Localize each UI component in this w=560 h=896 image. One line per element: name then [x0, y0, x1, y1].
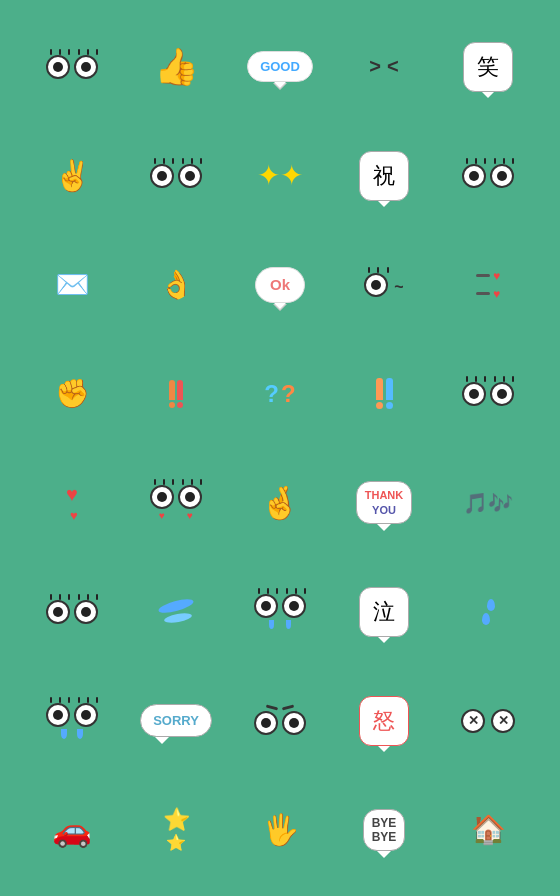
- heart-under-right: ♥: [187, 510, 193, 521]
- envelope-icon: ✉️: [55, 268, 90, 301]
- lashes-7-right: [74, 697, 102, 703]
- lashes-6-right: [74, 594, 102, 600]
- emoji-grid: 👍 GOOD > < 笑 ✌️: [12, 4, 548, 892]
- exclaim-body-1: [169, 380, 175, 400]
- pupil-7-right: [81, 710, 91, 720]
- cell-thumbs-up: 👍: [126, 14, 226, 119]
- lashes-wink-left: [364, 267, 392, 273]
- star-filled: ⭐: [166, 833, 186, 852]
- eye-tear-right: [282, 594, 306, 618]
- thumbs-up-icon: 👍: [154, 46, 199, 88]
- cry-kanji-bubble: 泣: [359, 587, 409, 637]
- brow-right: [282, 704, 294, 710]
- tearful-drops: [61, 729, 83, 739]
- eyes-tearful-7-eyes: [46, 703, 98, 727]
- cell-eyes-tear: [230, 559, 330, 664]
- pupil-tear-right: [289, 601, 299, 611]
- cell-eyes-wink: ~: [334, 232, 434, 337]
- laugh-kanji: 笑: [477, 52, 499, 82]
- angry-eyes-row: [254, 711, 306, 735]
- bye-line1: BYE: [372, 816, 397, 830]
- lashes-7-left: [46, 697, 74, 703]
- eye-3-left: [462, 164, 486, 188]
- eye-heart-right-wrap: ♥: [178, 485, 202, 521]
- small-hearts-icon: ♥ ♥: [66, 483, 78, 523]
- cell-double-question: ? ?: [230, 341, 330, 446]
- cell-eyes-hearts: ♥ ♥: [126, 450, 226, 555]
- cell-music-notes: 🎵🎶: [438, 450, 538, 555]
- pupil-wink-left: [371, 280, 381, 290]
- pupil-left: [53, 62, 63, 72]
- eye-lash-6-left: [46, 600, 70, 624]
- cell-sparkles: ✦✦: [230, 123, 330, 228]
- cell-envelope: ✉️: [22, 232, 122, 337]
- cell-eyes-4: [438, 341, 538, 446]
- blue-swoosh-icon: [158, 601, 194, 622]
- dash-1: [476, 274, 490, 277]
- eye-7-right: [74, 703, 98, 727]
- ok-label: Ok: [270, 276, 290, 293]
- eye-lash-right-2: [178, 164, 202, 188]
- cell-fist: ✊: [22, 341, 122, 446]
- fist-icon: ✊: [55, 377, 90, 410]
- eye-heart-left: [150, 485, 174, 509]
- double-exclaim-icon: [169, 380, 183, 408]
- cell-bye-bubble: BYE BYE: [334, 777, 434, 882]
- ok-hand-icon: 👌: [159, 268, 194, 301]
- cell-thank-you: THANK YOU: [334, 450, 434, 555]
- car-icon: 🚗: [52, 811, 92, 849]
- pupil-angry-right: [289, 718, 299, 728]
- pupil-right: [81, 62, 91, 72]
- cell-stars: ⭐ ⭐: [126, 777, 226, 882]
- cell-car: 🚗: [22, 777, 122, 882]
- swoosh-2: [164, 612, 193, 625]
- pupil-4-right: [497, 389, 507, 399]
- lashes-4-right: [490, 376, 518, 382]
- eyes-icon-3: [462, 164, 514, 188]
- balloon-body-1: [376, 378, 383, 400]
- pupil-6-left: [53, 607, 63, 617]
- cell-double-exclaim: [126, 341, 226, 446]
- pupil-3-left: [469, 171, 479, 181]
- heart-small-2: ♥: [493, 287, 500, 301]
- dash-hearts-icon: ♥ ♥: [476, 269, 500, 301]
- brow-left: [266, 704, 278, 710]
- balloon-dot-2: [386, 402, 393, 409]
- music-notes-icon: 🎵🎶: [463, 491, 513, 515]
- pupil-6-right: [81, 607, 91, 617]
- cell-eyes-lash-6: [22, 559, 122, 664]
- tear-drop-left: [269, 620, 274, 629]
- eye-lash-6-right: [74, 600, 98, 624]
- water-drop-1: [487, 599, 495, 611]
- heart-under-left: ♥: [159, 510, 165, 521]
- balloon-body-2: [386, 378, 393, 400]
- eyes-lash-icon-2: [150, 164, 202, 188]
- eye-wink-left: [364, 273, 388, 297]
- squint-left: >: [369, 55, 381, 78]
- stars-icon: ⭐ ⭐: [163, 807, 190, 852]
- x-eye-right: ✕: [491, 709, 515, 733]
- cell-finger-heart: 🤞: [230, 450, 330, 555]
- star-outline: ⭐: [163, 807, 190, 833]
- balloon-dot-1: [376, 402, 383, 409]
- lashes-tear-left: [254, 588, 282, 594]
- cell-good-bubble: GOOD: [230, 14, 330, 119]
- tearful-drop-right: [77, 729, 83, 739]
- exclaim-1: [169, 380, 175, 408]
- wink-closed-eye: ~: [394, 278, 403, 296]
- lashes-2-right: [178, 158, 206, 164]
- water-drop-2: [482, 613, 490, 625]
- cell-ok-bubble: Ok: [230, 232, 330, 337]
- eyes-hearts-icon: ♥ ♥: [150, 485, 202, 521]
- question-orange: ?: [281, 380, 296, 408]
- exclaim-balloon-icon: [376, 378, 393, 409]
- eye-left: [46, 55, 70, 79]
- pupil-2-right: [185, 171, 195, 181]
- eye-3-right: [490, 164, 514, 188]
- celebrate-kanji: 祝: [373, 161, 395, 191]
- pupil-heart-right: [185, 492, 195, 502]
- x-eye-left: ✕: [461, 709, 485, 733]
- eyes-icon: [46, 55, 98, 79]
- pupil-angry-left: [261, 718, 271, 728]
- eyes-wink-icon: ~: [364, 273, 403, 297]
